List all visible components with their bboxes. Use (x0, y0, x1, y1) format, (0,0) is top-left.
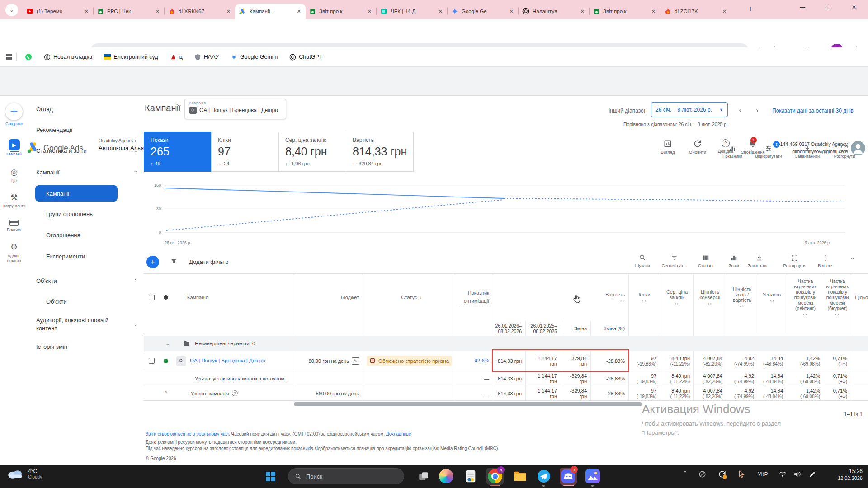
edit-budget-icon[interactable]: ✎ (352, 357, 359, 365)
scorecard-cpc[interactable]: Сер. ціна за клік 8,40 грн ↓-1,06 грн (278, 132, 346, 172)
clock-widget[interactable]: 15:2612.02.2026 (814, 468, 863, 481)
browser-tab[interactable]: Налаштув✕ (519, 4, 589, 19)
tab-close-icon[interactable]: ✕ (84, 9, 90, 14)
select-all-cell[interactable] (144, 274, 159, 321)
browser-tab[interactable]: Google Ge✕ (448, 4, 518, 19)
photos-app-icon[interactable] (584, 468, 601, 485)
col-all-conv[interactable]: Усі конв.‹› (758, 274, 787, 321)
col-target[interactable]: Цільова (851, 274, 868, 321)
col-conv-value[interactable]: Цінність конверсії‹› (693, 274, 726, 321)
bookmark-item[interactable]: ChatGPT (286, 54, 326, 61)
campaign-name-link[interactable]: OA | Пошук | Брендова | Дніпро (190, 357, 270, 364)
rail-campaigns[interactable]: ▶ Кампанії (0, 139, 28, 157)
tab-close-icon[interactable]: ✕ (367, 9, 373, 14)
range-prev-button[interactable]: ‹ (734, 104, 746, 116)
row-checkbox[interactable] (144, 351, 159, 371)
date-range-dropdown[interactable]: 26 січ. – 8 лют. 2026 р.▼ (651, 102, 728, 117)
rail-create-button[interactable]: Створити (0, 103, 28, 127)
more-button[interactable]: ⋮Більше (809, 254, 841, 268)
browser-tab[interactable]: PPC | Чек-✕ (94, 4, 164, 19)
discord-app-icon[interactable]: 1 (560, 468, 577, 485)
filter-icon[interactable] (170, 258, 178, 265)
campaign-row[interactable]: OA | Пошук | Брендова | Дніпро 80,00 грн… (144, 351, 868, 371)
apps-grid-icon[interactable] (6, 54, 12, 60)
tray-chevron-icon[interactable]: ⌃ (683, 470, 688, 477)
nav-insights[interactable]: Статистика й звіти⌄ (28, 143, 144, 158)
nav-change-history[interactable]: Історія змін (28, 339, 144, 354)
tab-close-icon[interactable]: ✕ (651, 9, 656, 14)
collapse-totals-icon[interactable]: ⌃ (159, 386, 173, 400)
bookmark-item[interactable]: НААУ (191, 54, 222, 61)
table-search-button[interactable]: Шукати (627, 254, 658, 268)
bookmark-item[interactable]: Новая вкладка (40, 54, 96, 61)
col-conv-per-cost[interactable]: Цінність конв./ вартість‹› (726, 274, 758, 321)
nav-experiments[interactable]: Експерименти (28, 249, 144, 264)
help-tooltip-icon[interactable]: ? (232, 390, 238, 396)
chart-metrics-button[interactable]: Показники (716, 145, 749, 159)
nav-ads[interactable]: Оголошення (28, 227, 144, 243)
col-opt-score[interactable]: Показник оптимізації (455, 274, 493, 321)
segment-button[interactable]: Сегментув... (658, 254, 690, 268)
bookmark-whatsapp[interactable] (21, 53, 36, 61)
rail-goals[interactable]: ◎ Цілі (0, 167, 28, 183)
col-budget[interactable]: Бюджет (294, 274, 363, 321)
tab-search-chevron-icon[interactable]: ⌄ (5, 4, 18, 16)
tray-pointer-icon[interactable] (737, 470, 745, 479)
browser-tab[interactable]: (1) Теремо✕ (23, 4, 93, 19)
col-clicks[interactable]: Кліки‹› (628, 274, 660, 321)
campaign-status-dot[interactable] (159, 351, 173, 371)
browser-tab-active[interactable]: Кампанії -✕ (235, 4, 306, 19)
col-campaign[interactable]: Кампанія (173, 274, 294, 321)
columns-button[interactable]: Стовпці (690, 254, 722, 268)
nav-assets-section[interactable]: Об'єкти⌃ (28, 273, 144, 288)
reports-delay-link[interactable]: Звіти створюються не в реальному часі. (146, 432, 230, 436)
browser-tab[interactable]: di-ZCI17K✕ (660, 4, 731, 19)
scorecard-impressions[interactable]: Покази 265 ↑49 (144, 132, 212, 172)
file-explorer-icon[interactable] (511, 468, 528, 485)
nav-ad-groups[interactable]: Групи оголошень (28, 206, 144, 221)
col-lost-rank[interactable]: Частка втрачених показів у пошуковій мер… (787, 274, 824, 321)
window-maximize-button[interactable] (817, 0, 838, 14)
tab-close-icon[interactable]: ✕ (580, 9, 585, 14)
taskbar-search[interactable]: Поиск (288, 468, 404, 484)
chart-download-button[interactable]: Завантажити (791, 145, 824, 159)
campaign-chip[interactable]: Кампанія OA | Пошук | Брендова | Дніпро (184, 99, 286, 119)
telegram-app-icon[interactable] (535, 468, 552, 485)
nav-assets[interactable]: Об'єкти (28, 294, 144, 309)
opt-score-link[interactable]: 92,6% (474, 358, 489, 364)
new-tab-button[interactable]: + (748, 5, 753, 14)
language-indicator[interactable]: УКР (758, 471, 768, 478)
rail-admin[interactable]: ⚙ Адміні-стратор (0, 242, 28, 263)
bookmark-item[interactable]: Електронний суд (100, 54, 161, 60)
add-filter-label[interactable]: Додати фільтр (189, 258, 228, 265)
chart-expand-button[interactable]: Розгорнути (828, 145, 861, 159)
volume-icon[interactable] (793, 470, 802, 479)
learn-more-link[interactable]: Докладніше (386, 432, 411, 436)
nav-campaigns-selected[interactable]: Кампанії (35, 185, 118, 202)
nav-recommendations[interactable]: Рекомендації (28, 122, 144, 137)
bookmark-item[interactable]: ц (166, 54, 186, 61)
drafts-group-row[interactable]: ⌄ Незавершені чернетки: 0 (144, 336, 868, 351)
window-minimize-button[interactable]: — (792, 0, 813, 14)
scorecard-cost[interactable]: Вартість 814,33 грн ↓-329,84 грн (346, 132, 414, 172)
status-badge[interactable]: Обмежено стратегією призна (367, 356, 452, 366)
nav-campaigns-section[interactable]: Кампанії⌃ (28, 164, 144, 180)
tab-close-icon[interactable]: ✕ (155, 9, 160, 14)
collapse-table-icon[interactable]: ⌃ (850, 257, 855, 263)
window-close-button[interactable]: ✕ (844, 0, 864, 14)
status-filter-cell[interactable] (159, 274, 173, 321)
tab-close-icon[interactable]: ✕ (722, 9, 727, 14)
col-cost-group[interactable]: Вартість›‹ (493, 274, 628, 321)
tray-sync-icon[interactable] (718, 470, 726, 479)
start-button[interactable] (264, 470, 276, 482)
range-next-button[interactable]: › (751, 104, 763, 116)
horizontal-scrollbar[interactable] (294, 402, 642, 406)
rail-billing[interactable]: Платежі (0, 220, 28, 232)
browser-tab[interactable]: Звіт про к✕ (306, 4, 376, 19)
col-lost-budget[interactable]: Частка втрачених показів у пошуковій мер… (824, 274, 851, 321)
chart-adjust-button[interactable]: Відкоригувати3 (752, 145, 785, 159)
add-campaign-button[interactable]: + (146, 256, 159, 268)
chrome-app-icon[interactable]: Д (486, 468, 504, 485)
tab-close-icon[interactable]: ✕ (226, 9, 231, 14)
col-cpc[interactable]: Сер. ціна за клік‹› (660, 274, 693, 321)
